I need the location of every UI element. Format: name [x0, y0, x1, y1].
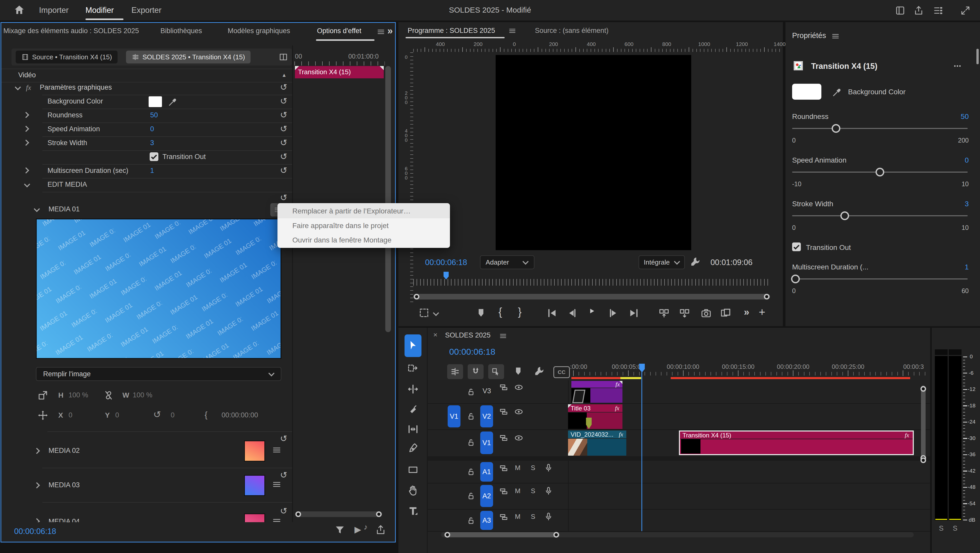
menu-exporter[interactable]: Exporter: [131, 6, 161, 15]
tool-track-select[interactable]: [407, 362, 419, 374]
collapse-icon[interactable]: ▲: [282, 72, 287, 78]
tab-graphics-templates[interactable]: Modèles graphiques: [228, 27, 290, 35]
mini-ruler-ticks[interactable]: [294, 61, 385, 65]
safe-margins-icon[interactable]: [418, 307, 430, 319]
menu-item-open-in-timeline[interactable]: Ouvrir dans la fenêtre Montage: [277, 233, 450, 247]
more-options-icon[interactable]: [952, 62, 963, 70]
h-value[interactable]: 100 %: [68, 391, 88, 399]
menu-icon[interactable]: [272, 480, 282, 489]
chevron-right-icon[interactable]: [33, 518, 40, 522]
video-audio-separator[interactable]: [428, 456, 930, 461]
w-value[interactable]: 100 %: [133, 391, 153, 399]
export-icon[interactable]: [375, 524, 386, 535]
reset-icon[interactable]: ↺: [280, 96, 288, 106]
scrollbar-handle-top[interactable]: [920, 386, 926, 392]
reset-icon[interactable]: ↺: [280, 137, 288, 148]
transition-out-checkbox[interactable]: [150, 152, 158, 161]
timeline-ruler[interactable]: :00:00 00:00:05:00 00:00:10:00 00:00:15:…: [568, 363, 930, 379]
step-forward-icon[interactable]: [607, 307, 619, 319]
media03-swatch[interactable]: [244, 475, 265, 496]
track-output-icon[interactable]: [499, 433, 509, 443]
tab-sequence-clip[interactable]: SOLDES 2025 • Transition X4 (15): [126, 51, 251, 64]
solo-button[interactable]: S: [531, 487, 535, 495]
track-target-a2[interactable]: A2: [480, 485, 493, 507]
chevron-right-icon[interactable]: [33, 482, 40, 488]
clip-title03[interactable]: Title 03 fx: [568, 404, 622, 429]
program-playhead[interactable]: [444, 272, 449, 279]
track-output-icon[interactable]: [499, 486, 509, 496]
chevron-right-icon[interactable]: [23, 126, 29, 132]
track-v3-label[interactable]: V3: [482, 387, 491, 395]
linked-selection-button[interactable]: [488, 364, 504, 379]
panel-menu-icon[interactable]: [499, 332, 507, 340]
timeline-tab[interactable]: SOLDES 2025: [445, 331, 490, 339]
stroke-width-slider-thumb[interactable]: [840, 211, 849, 220]
multiscreen-slider[interactable]: [792, 279, 968, 279]
timeline-vertical-scrollbar[interactable]: [921, 386, 926, 461]
step-back-icon[interactable]: [567, 307, 579, 319]
share-icon[interactable]: [913, 5, 924, 16]
lock-icon[interactable]: [466, 516, 476, 526]
chevron-down-icon[interactable]: [14, 84, 21, 90]
scrollbar-handle-right[interactable]: [764, 294, 770, 300]
reset-icon[interactable]: ↺: [280, 110, 288, 120]
speed-animation-value[interactable]: 0: [150, 125, 154, 133]
eyedropper-icon[interactable]: [168, 96, 178, 107]
roundness-value[interactable]: 50: [961, 113, 969, 121]
track-output-icon[interactable]: [499, 463, 509, 473]
lift-icon[interactable]: [658, 307, 670, 319]
program-timecode[interactable]: 00:00:06:18: [425, 258, 467, 267]
zoom-fit-dropdown[interactable]: Adapter: [480, 255, 535, 269]
reset-icon[interactable]: ↺: [280, 82, 288, 92]
clip-transition-x4[interactable]: Transition X4 (15) fx: [679, 430, 914, 455]
menu-icon[interactable]: [272, 445, 282, 455]
eye-icon[interactable]: [514, 433, 523, 443]
tool-slip[interactable]: [407, 423, 419, 435]
transition-out-checkbox[interactable]: [792, 242, 801, 251]
mic-icon[interactable]: [544, 512, 554, 521]
multiscreen-value[interactable]: 1: [965, 263, 969, 271]
play-icon[interactable]: [586, 306, 601, 320]
timeline-horizontal-scrollbar-groove[interactable]: [441, 532, 914, 537]
chevron-down-icon[interactable]: [33, 206, 40, 212]
track-output-icon[interactable]: [499, 382, 509, 392]
roundness-slider[interactable]: [792, 128, 968, 129]
reset-icon[interactable]: ↺: [280, 165, 288, 175]
roundness-slider-thumb[interactable]: [832, 124, 840, 133]
solo-button[interactable]: S: [531, 513, 535, 521]
workspace-icon[interactable]: [933, 5, 943, 16]
stroke-width-slider[interactable]: [792, 215, 968, 216]
tab-effect-controls[interactable]: Options d'effet: [317, 27, 361, 35]
stroke-width-value[interactable]: 3: [150, 139, 154, 147]
effects-panel-timecode[interactable]: 00:00:06:18: [14, 527, 56, 536]
track-output-icon[interactable]: [499, 512, 509, 522]
solo-right-button[interactable]: S: [953, 524, 958, 532]
add-marker-icon[interactable]: [476, 307, 487, 319]
solo-button[interactable]: S: [531, 464, 535, 472]
lock-icon[interactable]: [466, 467, 476, 477]
scrollbar-handle-left[interactable]: [296, 512, 301, 517]
play-audio-icon[interactable]: ▶: [355, 524, 361, 534]
mute-button[interactable]: M: [515, 464, 520, 472]
panel-overflow-icon[interactable]: »: [387, 25, 393, 37]
chevron-right-icon[interactable]: [33, 448, 40, 454]
mute-button[interactable]: M: [515, 487, 520, 495]
timeline-playhead-line[interactable]: [641, 371, 642, 531]
tab-source[interactable]: Source : (sans élément): [535, 27, 609, 35]
transform-timecode[interactable]: 00:00:00:00: [221, 411, 258, 419]
captions-button[interactable]: CC: [554, 366, 570, 378]
tool-selection[interactable]: [404, 335, 422, 357]
split-view-icon[interactable]: [278, 52, 288, 62]
reset-icon[interactable]: ↺: [280, 192, 288, 202]
lock-icon[interactable]: [466, 387, 476, 397]
go-to-out-icon[interactable]: [628, 307, 640, 319]
properties-scrollbar-thumb[interactable]: [977, 49, 979, 64]
menu-icon[interactable]: [272, 516, 282, 522]
snap-toggle-button[interactable]: [468, 364, 484, 379]
mark-in-icon[interactable]: {: [498, 306, 502, 318]
comparison-view-icon[interactable]: [720, 307, 732, 319]
scrollbar-handle-right[interactable]: [554, 532, 559, 538]
video-section-header[interactable]: Vidéo ▲: [1, 69, 292, 83]
lock-icon[interactable]: [466, 411, 476, 421]
tab-program[interactable]: Programme : SOLDES 2025: [407, 27, 495, 35]
